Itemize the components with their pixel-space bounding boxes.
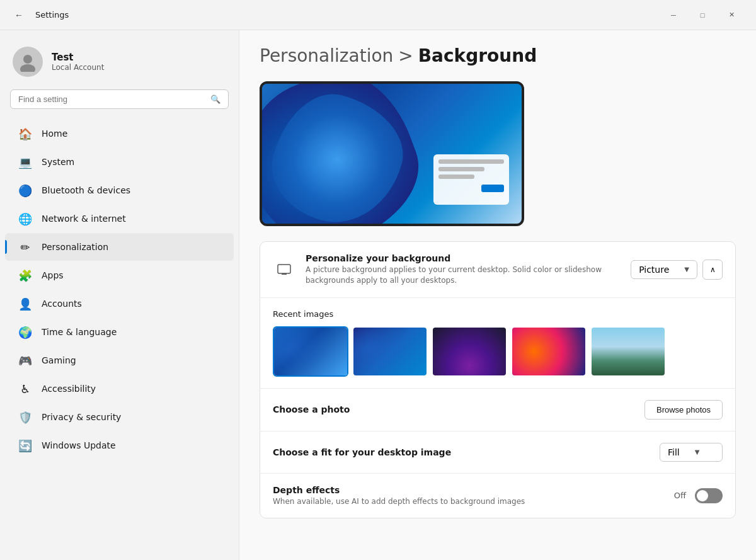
toggle-track[interactable] bbox=[695, 488, 723, 503]
sidebar-item-label-home: Home bbox=[42, 129, 67, 139]
personalize-control: Picture ▼ ∧ bbox=[631, 260, 723, 280]
preview-line-2 bbox=[438, 167, 484, 171]
breadcrumb: Personalization > Background bbox=[260, 45, 736, 66]
recent-images-title: Recent images bbox=[273, 309, 723, 319]
user-subtitle: Local Account bbox=[52, 63, 104, 72]
bluetooth-icon: 🔵 bbox=[18, 183, 33, 198]
sidebar-item-home[interactable]: 🏠 Home bbox=[5, 120, 234, 147]
personalize-title: Personalize your background bbox=[306, 253, 621, 263]
breadcrumb-parent: Personalization bbox=[260, 45, 393, 66]
thumbnail-image-4 bbox=[512, 328, 585, 375]
collapse-button[interactable]: ∧ bbox=[702, 260, 723, 280]
choose-fit-label: Choose a fit for your desktop image bbox=[273, 447, 650, 457]
sidebar-item-apps[interactable]: 🧩 Apps bbox=[5, 261, 234, 289]
back-button[interactable]: ← bbox=[10, 6, 28, 24]
svg-rect-3 bbox=[282, 273, 287, 275]
sidebar-item-personalization[interactable]: ✏️ Personalization bbox=[5, 233, 234, 261]
toggle-thumb bbox=[697, 490, 708, 501]
user-info: Test Local Account bbox=[52, 52, 104, 72]
sidebar-item-label-apps: Apps bbox=[42, 270, 64, 280]
update-icon: 🔄 bbox=[18, 438, 33, 453]
sidebar-item-label-bluetooth: Bluetooth & devices bbox=[42, 185, 130, 195]
thumbnail-image-5 bbox=[592, 328, 665, 375]
browse-photos-button[interactable]: Browse photos bbox=[644, 400, 723, 420]
sidebar-item-label-accounts: Accounts bbox=[42, 299, 82, 309]
thumbnail-2[interactable] bbox=[352, 326, 428, 377]
dropdown-value: Picture bbox=[639, 265, 669, 275]
time-icon: 🌍 bbox=[18, 324, 33, 340]
user-section: Test Local Account bbox=[0, 40, 239, 89]
sidebar-item-label-accessibility: Accessibility bbox=[42, 384, 96, 394]
close-button[interactable]: ✕ bbox=[717, 5, 746, 25]
sidebar-item-label-personalization: Personalization bbox=[42, 242, 108, 252]
app-title: Settings bbox=[35, 10, 69, 20]
thumbnail-5[interactable] bbox=[590, 326, 666, 377]
user-name: Test bbox=[52, 52, 104, 63]
avatar bbox=[13, 47, 43, 77]
sidebar-item-bluetooth[interactable]: 🔵 Bluetooth & devices bbox=[5, 176, 234, 204]
sidebar-item-system[interactable]: 💻 System bbox=[5, 148, 234, 176]
maximize-button[interactable]: □ bbox=[688, 5, 717, 25]
sidebar-item-accessibility[interactable]: ♿ Accessibility bbox=[5, 375, 234, 403]
choose-fit-text: Choose a fit for your desktop image bbox=[273, 447, 650, 457]
sidebar-item-time[interactable]: 🌍 Time & language bbox=[5, 318, 234, 346]
thumbnail-4[interactable] bbox=[511, 326, 587, 377]
svg-point-1 bbox=[20, 64, 35, 72]
choose-fit-row: Choose a fit for your desktop image Fill… bbox=[260, 431, 735, 474]
depth-effects-row: Depth effects When available, use AI to … bbox=[260, 474, 735, 518]
background-type-dropdown[interactable]: Picture ▼ bbox=[631, 260, 697, 279]
images-grid bbox=[273, 326, 723, 377]
personalize-text: Personalize your background A picture ba… bbox=[306, 253, 621, 286]
sidebar-item-label-gaming: Gaming bbox=[42, 355, 76, 365]
preview-background bbox=[262, 84, 522, 224]
accessibility-icon: ♿ bbox=[18, 381, 33, 396]
sidebar-item-label-time: Time & language bbox=[42, 327, 117, 337]
sidebar-item-label-privacy: Privacy & security bbox=[42, 412, 121, 422]
accounts-icon: 👤 bbox=[18, 296, 33, 311]
sidebar-item-update[interactable]: 🔄 Windows Update bbox=[5, 431, 234, 459]
fit-dropdown-arrow-icon: ▼ bbox=[695, 449, 700, 455]
sidebar-item-accounts[interactable]: 👤 Accounts bbox=[5, 290, 234, 317]
svg-point-0 bbox=[23, 55, 32, 64]
preview-line-3 bbox=[438, 174, 474, 179]
sidebar-item-label-system: System bbox=[42, 157, 74, 167]
search-input[interactable] bbox=[18, 94, 205, 104]
fit-dropdown[interactable]: Fill ▼ bbox=[660, 443, 723, 462]
sidebar-item-privacy[interactable]: 🛡️ Privacy & security bbox=[5, 403, 234, 431]
settings-panel: Personalize your background A picture ba… bbox=[260, 241, 736, 518]
depth-effects-title: Depth effects bbox=[273, 485, 664, 495]
preview-btn-bar bbox=[438, 185, 504, 192]
page-header: Personalization > Background bbox=[260, 45, 736, 66]
recent-images-section: Recent images bbox=[260, 298, 735, 389]
thumbnail-3[interactable] bbox=[432, 326, 507, 377]
personalization-icon: ✏️ bbox=[18, 239, 33, 254]
thumbnail-1[interactable] bbox=[273, 326, 348, 377]
choose-photo-label: Choose a photo bbox=[273, 404, 634, 414]
breadcrumb-sep: > bbox=[398, 45, 413, 66]
system-icon: 💻 bbox=[18, 154, 33, 169]
thumbnail-image-2 bbox=[353, 328, 427, 375]
svg-rect-2 bbox=[278, 265, 290, 273]
thumbnail-image-3 bbox=[433, 328, 506, 375]
sidebar: Test Local Account 🔍 🏠 Home 💻 System 🔵 B… bbox=[0, 30, 239, 560]
choose-photo-row: Choose a photo Browse photos bbox=[260, 389, 735, 431]
sidebar-item-label-network: Network & internet bbox=[42, 214, 126, 224]
choose-fit-control: Fill ▼ bbox=[660, 443, 723, 462]
minimize-button[interactable]: ─ bbox=[659, 5, 688, 25]
sidebar-item-network[interactable]: 🌐 Network & internet bbox=[5, 205, 234, 232]
search-box[interactable]: 🔍 bbox=[10, 89, 229, 109]
personalize-icon bbox=[273, 258, 295, 281]
breadcrumb-current: Background bbox=[418, 45, 537, 66]
sidebar-item-gaming[interactable]: 🎮 Gaming bbox=[5, 346, 234, 374]
choose-photo-control: Browse photos bbox=[644, 400, 723, 420]
nav-list: 🏠 Home 💻 System 🔵 Bluetooth & devices 🌐 … bbox=[0, 119, 239, 460]
thumbnail-image-1 bbox=[274, 328, 347, 375]
gaming-icon: 🎮 bbox=[18, 353, 33, 368]
depth-effects-toggle[interactable] bbox=[695, 488, 723, 503]
depth-effects-control: Off bbox=[674, 488, 723, 503]
app-body: Test Local Account 🔍 🏠 Home 💻 System 🔵 B… bbox=[0, 30, 756, 560]
main-content: Personalization > Background bbox=[239, 30, 756, 560]
window-controls: ─ □ ✕ bbox=[659, 5, 746, 25]
dropdown-arrow-icon: ▼ bbox=[684, 266, 689, 273]
preview-line-1 bbox=[438, 159, 504, 164]
